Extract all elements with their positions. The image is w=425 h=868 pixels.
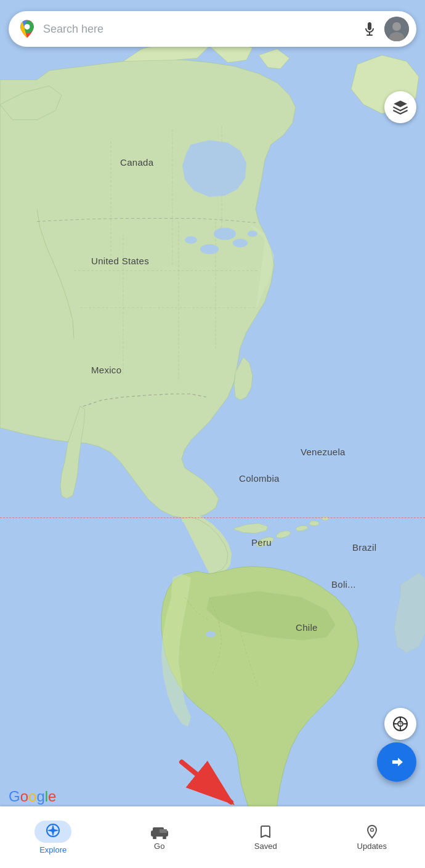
tab-go[interactable]: Go	[107, 818, 213, 857]
svg-point-9	[309, 521, 319, 526]
locate-button[interactable]: ?	[384, 708, 416, 740]
go-label: Go	[154, 842, 164, 851]
svg-point-3	[200, 245, 219, 254]
layers-button[interactable]	[384, 91, 416, 123]
directions-fab[interactable]	[377, 742, 416, 782]
google-logo: Google	[9, 788, 56, 805]
saved-icon	[258, 824, 273, 839]
svg-point-5	[248, 231, 257, 237]
svg-rect-32	[160, 829, 167, 833]
avatar[interactable]	[384, 17, 409, 41]
svg-text:?: ?	[399, 721, 402, 727]
svg-point-33	[370, 828, 373, 831]
svg-point-4	[185, 237, 197, 244]
svg-point-1	[214, 228, 236, 240]
saved-label: Saved	[254, 842, 277, 851]
tab-explore[interactable]: Explore	[0, 814, 107, 861]
equator-line	[0, 517, 425, 518]
tab-updates[interactable]: Updates	[319, 818, 426, 857]
search-bar[interactable]: Search here	[9, 11, 416, 47]
svg-point-12	[25, 24, 30, 30]
google-maps-icon	[16, 18, 38, 40]
mic-icon[interactable]	[360, 19, 379, 39]
svg-point-16	[392, 22, 401, 31]
svg-point-11	[206, 631, 216, 638]
explore-icon-wrapper	[34, 821, 71, 843]
explore-icon	[46, 823, 60, 838]
map-background[interactable]: Canada United States Mexico Venezuela Co…	[0, 0, 425, 868]
tab-saved[interactable]: Saved	[212, 818, 319, 857]
explore-label: Explore	[39, 845, 67, 854]
go-icon	[150, 824, 169, 839]
updates-label: Updates	[357, 842, 387, 851]
search-input[interactable]: Search here	[43, 23, 360, 36]
bottom-nav: Explore Go Saved Updates	[0, 806, 425, 868]
svg-point-2	[233, 239, 248, 248]
updates-icon	[365, 824, 379, 839]
